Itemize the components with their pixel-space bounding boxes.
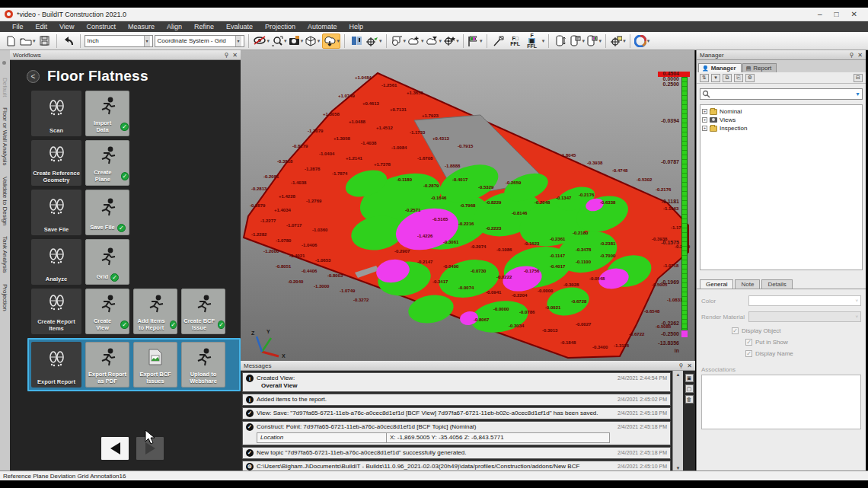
- message-row[interactable]: ✓New topic "7d97fa65-6721-11eb-a76c-a0ce…: [242, 447, 671, 459]
- expand-icon[interactable]: +: [702, 126, 707, 131]
- properties-tab-general[interactable]: General: [700, 279, 733, 289]
- expand-icon[interactable]: +: [702, 117, 707, 123]
- fit-geometry-icon[interactable]: ▾: [391, 33, 407, 49]
- 3d-viewport[interactable]: +1.0484-1.2561+1.3650+1.0749+0.4613+0.71…: [241, 50, 695, 361]
- menu-edit[interactable]: Edit: [30, 23, 54, 30]
- workspace-tab-tank-analysis[interactable]: Tank Analysis: [2, 236, 8, 273]
- menu-construct[interactable]: Construct: [80, 23, 122, 30]
- maximize-button[interactable]: □: [834, 11, 839, 18]
- properties-tab-details[interactable]: Details: [761, 279, 792, 289]
- line-annotation-icon[interactable]: [491, 33, 506, 49]
- menu-file[interactable]: File: [6, 23, 30, 30]
- checkbox-display-object[interactable]: ✓: [732, 327, 739, 334]
- target-star-icon[interactable]: ▾: [443, 33, 459, 49]
- workspace-tab-projection[interactable]: Projection: [2, 284, 8, 311]
- workspace-tab-default[interactable]: Default: [2, 78, 8, 97]
- workflow-back-button[interactable]: <: [27, 70, 40, 83]
- message-row[interactable]: iCreated View:Overall View2/4/2021 2:44:…: [242, 372, 671, 392]
- workflow-button-import-data[interactable]: Import Data✓: [85, 91, 129, 136]
- settings-wrench-icon[interactable]: ⚙: [745, 74, 755, 82]
- workflow-button-grid[interactable]: Grid✓: [85, 239, 129, 285]
- copy-icon[interactable]: ⧉: [723, 74, 732, 82]
- ffl-levelness-icon[interactable]: F▦FFL: [525, 33, 540, 49]
- workflow-button-save-file[interactable]: Save File✓: [85, 190, 129, 235]
- cloud-filter-icon[interactable]: ▾: [426, 33, 442, 49]
- open-file-icon[interactable]: ▾: [20, 33, 36, 49]
- workflow-button-export-report[interactable]: Export Report: [31, 342, 81, 388]
- workflow-previous-button[interactable]: [101, 437, 129, 460]
- close-panel-icon[interactable]: ✕: [687, 362, 692, 369]
- tree-item-views[interactable]: +Views: [702, 116, 860, 124]
- workflow-button-create-report-items[interactable]: Create Report Items: [31, 289, 81, 334]
- collapse-tree-icon[interactable]: ⊟: [854, 74, 863, 82]
- filter-dropdown-icon[interactable]: ▾: [711, 74, 720, 82]
- cloud-add-icon[interactable]: ▾: [407, 33, 424, 49]
- workflow-button-scan[interactable]: Scan: [31, 91, 81, 136]
- paste-icon[interactable]: ⎘: [734, 74, 743, 82]
- centroid-target-icon[interactable]: ▾: [365, 33, 382, 49]
- doc-color-flag-icon[interactable]: ▾: [586, 33, 602, 49]
- ff-floor-flatness-icon[interactable]: F□FFL: [508, 33, 523, 49]
- workflow-button-export-bcf-issues[interactable]: Export BCF Issues: [133, 342, 177, 388]
- menu-refine[interactable]: Refine: [188, 23, 220, 30]
- message-row[interactable]: ✓View: Save: "7d97fa65-6721-11eb-a76c-a0…: [242, 407, 671, 419]
- pin-icon[interactable]: ⚲: [849, 52, 854, 59]
- expand-all-icon[interactable]: ▣: [685, 374, 694, 382]
- workflow-button-export-report-as-pdf[interactable]: Export Report as PDF: [85, 342, 129, 388]
- workflow-button-create-view[interactable]: Create View✓: [85, 289, 129, 334]
- manager-tab-manager[interactable]: 👤Manager: [698, 63, 742, 72]
- properties-tab-note[interactable]: Note: [735, 279, 760, 289]
- message-row[interactable]: iAdded items to the report.2/4/2021 2:45…: [242, 394, 671, 406]
- manager-search-box[interactable]: ▼: [700, 88, 863, 100]
- menu-automate[interactable]: Automate: [302, 23, 343, 30]
- flag-icon[interactable]: ▾: [468, 33, 483, 49]
- workflow-button-analyze[interactable]: Analyze: [31, 239, 81, 285]
- snapshot-icon[interactable]: ▾: [289, 33, 304, 49]
- clear-messages-icon[interactable]: 🗑: [685, 395, 694, 403]
- workflow-button-create-reference-geometry[interactable]: Create Reference Geometry: [31, 140, 81, 186]
- target-label-icon[interactable]: ▾: [610, 33, 626, 49]
- workspace-tab-validate-to-design[interactable]: Validate to Design: [2, 177, 8, 225]
- menu-projection[interactable]: Projection: [259, 23, 302, 30]
- message-row[interactable]: ✓Construct: Point: 7d97fa65-6721-11eb-a7…: [242, 421, 671, 445]
- messages-scrollbar[interactable]: ▲ ▼: [672, 371, 683, 470]
- workflow-button-upload-to-webshare[interactable]: Upload to Webshare: [181, 342, 225, 388]
- split-view-icon[interactable]: [349, 33, 364, 49]
- unit-combobox[interactable]: Inch▾: [85, 35, 153, 47]
- workflow-button-create-bcf-issue[interactable]: Create BCF Issue✓: [181, 289, 225, 334]
- menu-align[interactable]: Align: [161, 23, 188, 30]
- close-panel-icon[interactable]: ✕: [232, 52, 238, 59]
- hide-object-icon[interactable]: ▾: [253, 33, 270, 49]
- view-cube-icon[interactable]: ▾: [305, 33, 321, 49]
- message-row[interactable]: ⚙C:\Users\Bigham.J\Documents\BuildIT - B…: [242, 461, 671, 470]
- checkbox-display-name[interactable]: ✓: [745, 350, 752, 357]
- sort-filter-icon[interactable]: ⇅: [700, 74, 709, 82]
- color-dropdown[interactable]: ˅: [748, 295, 861, 306]
- cylinder-doc-icon[interactable]: [553, 33, 568, 49]
- zoom-select-icon[interactable]: ▾: [271, 33, 287, 49]
- expand-icon[interactable]: +: [702, 109, 707, 114]
- new-file-icon[interactable]: [3, 33, 18, 49]
- workflow-button-create-plane[interactable]: Create Plane✓: [85, 140, 129, 186]
- search-dropdown-icon[interactable]: ▼: [855, 91, 860, 97]
- tree-item-inspection[interactable]: +Inspection: [702, 124, 860, 132]
- menu-measure[interactable]: Measure: [122, 23, 161, 30]
- manager-tab-report[interactable]: ▤Report: [742, 63, 777, 72]
- undo-icon[interactable]: [61, 33, 76, 49]
- collapse-all-icon[interactable]: ▢: [685, 384, 694, 393]
- buildit-logo-icon[interactable]: ▾: [634, 33, 650, 49]
- coordinate-system-combobox[interactable]: Coordinate System - Grid▾: [155, 35, 244, 47]
- minimize-button[interactable]: –: [818, 11, 822, 18]
- save-file-icon[interactable]: [37, 33, 53, 49]
- doc-flag-icon[interactable]: ▾: [570, 33, 585, 49]
- workflow-button-save-file[interactable]: Save File: [31, 190, 81, 235]
- pin-icon[interactable]: ⚲: [224, 52, 228, 59]
- workspace-tab-floor-or-wall-analysis[interactable]: Floor or Wall Analysis: [2, 107, 8, 166]
- menu-view[interactable]: View: [53, 23, 80, 30]
- pin-icon[interactable]: ⚲: [678, 362, 683, 369]
- workflow-button-add-items-to-report[interactable]: Add Items to Report✓: [133, 289, 177, 334]
- menu-help[interactable]: Help: [343, 23, 370, 30]
- point-cloud-select-icon[interactable]: ▾: [322, 33, 341, 49]
- close-button[interactable]: ✕: [851, 11, 857, 18]
- render-material-dropdown[interactable]: ˅: [748, 311, 861, 322]
